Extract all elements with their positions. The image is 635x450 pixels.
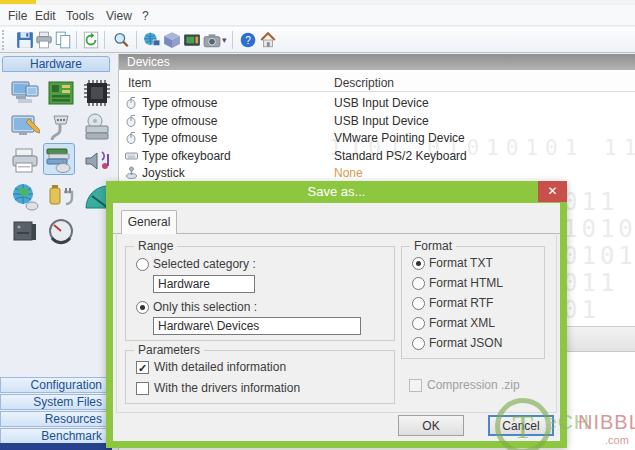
workstation-icon[interactable] <box>10 78 40 108</box>
radio-only-this-selection[interactable] <box>136 301 149 314</box>
sidebar-header-hardware[interactable]: Hardware <box>2 56 110 72</box>
radio-selected-category[interactable] <box>136 258 149 271</box>
table-column-headers: Item Description <box>119 73 635 92</box>
checkbox-detailed-info[interactable]: ✓ <box>136 361 149 374</box>
radio-format-rtf-label[interactable]: Format RTF <box>429 296 493 310</box>
home-icon[interactable] <box>259 31 277 49</box>
toolbar: ▾ ? <box>0 27 635 53</box>
drives-icon[interactable] <box>82 112 112 142</box>
radio-only-this-selection-label[interactable]: Only this selection : <box>153 300 257 314</box>
row-item: Type ofmouse <box>142 114 217 128</box>
range-group: Range Selected category : Only this sele… <box>125 246 395 341</box>
toolbar-grip[interactable] <box>2 30 5 50</box>
radio-format-rtf[interactable] <box>412 297 425 310</box>
menu-edit[interactable]: Edit <box>35 9 56 23</box>
radio-format-json-label[interactable]: Format JSON <box>429 336 502 350</box>
network-tool-icon[interactable] <box>143 31 161 49</box>
processor-icon[interactable] <box>82 78 112 108</box>
dialog-body: General Range Selected category : Only t… <box>113 203 560 441</box>
mouse-icon <box>125 114 138 127</box>
menu-tools[interactable]: Tools <box>66 9 94 23</box>
sidebar: Hardware Configuration System Files Reso… <box>0 54 112 450</box>
camera-dropdown-icon[interactable]: ▾ <box>222 35 227 45</box>
help-icon[interactable]: ? <box>239 31 257 49</box>
save-as-dialog: Save as... ✕ General Range Selected cate… <box>106 181 567 448</box>
copy-icon[interactable] <box>54 31 72 49</box>
cancel-button[interactable]: Cancel <box>488 415 554 436</box>
menu-bar: File Edit Tools View ? <box>0 5 635 26</box>
radio-format-xml-label[interactable]: Format XML <box>429 316 495 330</box>
table-row[interactable]: Joystick None <box>119 165 635 182</box>
directx-icon[interactable] <box>163 31 181 49</box>
checkbox-drivers-info[interactable] <box>136 382 149 395</box>
dialog-title: Save as... <box>106 181 567 203</box>
radio-format-html[interactable] <box>412 277 425 290</box>
toolbar-separator <box>104 31 105 49</box>
ok-button[interactable]: OK <box>398 415 464 436</box>
column-description[interactable]: Description <box>334 76 394 90</box>
refresh-icon[interactable] <box>82 31 100 49</box>
range-group-label: Range <box>134 239 177 253</box>
svg-text:?: ? <box>245 35 251 46</box>
case-icon[interactable] <box>10 216 40 246</box>
sidebar-bottom-strip <box>0 443 112 450</box>
sidebar-item-system-files[interactable]: System Files <box>0 394 112 410</box>
gauge-icon[interactable] <box>46 216 76 246</box>
ports-icon[interactable] <box>46 112 76 142</box>
multimedia-icon[interactable] <box>82 146 112 176</box>
joystick-icon <box>125 166 138 179</box>
selection-input[interactable] <box>153 317 361 335</box>
row-description: VMware Pointing Device <box>334 131 465 145</box>
window-tab-fragment <box>0 0 36 4</box>
mouse-icon <box>125 131 138 144</box>
devices-icon[interactable] <box>44 144 74 174</box>
menu-file[interactable]: File <box>8 9 27 23</box>
panel-title: Devices <box>119 54 635 70</box>
search-icon[interactable] <box>112 31 130 49</box>
row-description: USB Input Device <box>334 114 429 128</box>
table-row[interactable]: Type ofkeyboard Standard PS/2 Keyboard <box>119 148 635 165</box>
menu-help[interactable]: ? <box>142 9 149 23</box>
close-icon[interactable]: ✕ <box>538 181 567 202</box>
print-icon[interactable] <box>35 31 53 49</box>
radio-format-txt[interactable] <box>412 257 425 270</box>
network-icon[interactable] <box>10 182 40 212</box>
radio-selected-category-label[interactable]: Selected category : <box>153 257 256 271</box>
table-row[interactable]: Type ofmouse USB Input Device <box>119 113 635 130</box>
checkbox-compression-label: Compression .zip <box>427 378 520 392</box>
mainboard-icon[interactable] <box>46 78 76 108</box>
sidebar-item-configuration[interactable]: Configuration <box>0 377 112 393</box>
toolbar-separator <box>136 31 137 49</box>
category-input[interactable] <box>153 275 255 293</box>
parameters-group-label: Parameters <box>134 343 204 357</box>
parameters-group: Parameters ✓ With detailed information W… <box>125 350 395 404</box>
radio-format-json[interactable] <box>412 337 425 350</box>
format-group-label: Format <box>410 239 456 253</box>
row-description: USB Input Device <box>334 96 429 110</box>
menu-view[interactable]: View <box>106 9 132 23</box>
save-icon[interactable] <box>16 31 34 49</box>
printers-icon[interactable] <box>10 146 40 176</box>
radio-format-xml[interactable] <box>412 317 425 330</box>
radio-format-txt-label[interactable]: Format TXT <box>429 256 493 270</box>
column-item[interactable]: Item <box>128 76 151 90</box>
sidebar-item-benchmark[interactable]: Benchmark <box>0 428 112 444</box>
power-icon[interactable] <box>46 182 76 212</box>
video-icon[interactable] <box>10 112 40 142</box>
radio-format-html-label[interactable]: Format HTML <box>429 276 503 290</box>
mouse-icon <box>125 96 138 109</box>
table-row[interactable]: Type ofmouse VMware Pointing Device <box>119 130 635 147</box>
checkbox-compression <box>409 379 422 392</box>
camera-icon[interactable] <box>203 31 221 49</box>
row-item: Type ofmouse <box>142 96 217 110</box>
memory-icon[interactable] <box>183 31 201 49</box>
row-description: Standard PS/2 Keyboard <box>334 149 467 163</box>
sidebar-item-resources[interactable]: Resources <box>0 411 112 427</box>
app-window: File Edit Tools View ? ▾ ? Hardware <box>0 0 635 450</box>
checkbox-detailed-info-label[interactable]: With detailed information <box>154 360 286 374</box>
row-item: Type ofmouse <box>142 131 217 145</box>
toolbar-separator <box>76 31 77 49</box>
tab-general[interactable]: General <box>121 210 177 234</box>
table-row[interactable]: Type ofmouse USB Input Device <box>119 95 635 112</box>
checkbox-drivers-info-label[interactable]: With the drivers information <box>154 381 300 395</box>
